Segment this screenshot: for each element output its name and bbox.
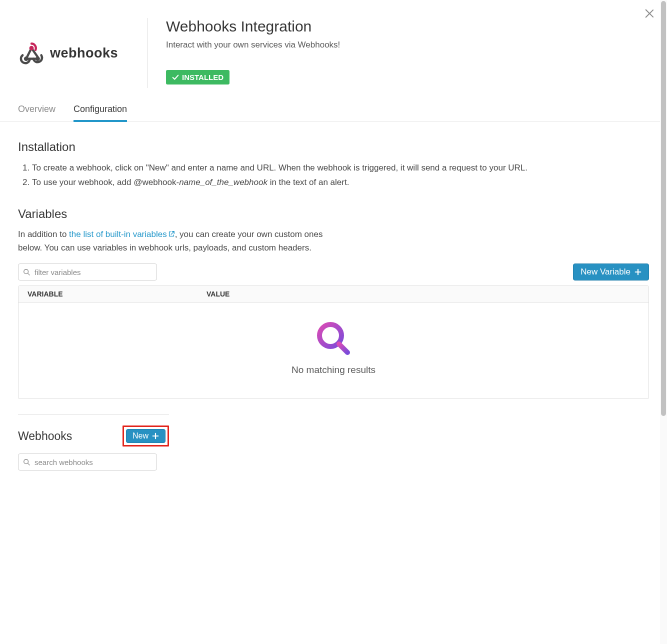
page-subtitle: Interact with your own services via Webh…: [166, 40, 649, 50]
installation-step-2: To use your webhook, add @webhook-name_o…: [32, 176, 649, 189]
filter-variables-wrap: [18, 264, 157, 280]
svg-point-1: [24, 56, 28, 61]
logo: webhooks: [18, 18, 148, 88]
search-webhooks-wrap: [18, 454, 157, 470]
variables-table-header: VARIABLE VALUE: [18, 286, 648, 302]
installed-badge: INSTALLED: [166, 70, 230, 84]
scrollbar-thumb[interactable]: [661, 1, 666, 416]
plus-icon: [634, 268, 642, 276]
tab-overview[interactable]: Overview: [18, 98, 56, 122]
svg-line-4: [28, 274, 30, 276]
variables-empty-state: No matching results: [18, 302, 648, 398]
variables-section: Variables In addition to the list of bui…: [18, 207, 649, 399]
tabs: Overview Configuration: [0, 98, 667, 122]
filter-variables-input[interactable]: [18, 264, 157, 280]
installation-title: Installation: [18, 140, 649, 154]
new-variable-button[interactable]: New Variable: [573, 264, 649, 280]
new-button-highlight: New: [122, 426, 169, 446]
column-variable: VARIABLE: [28, 290, 206, 298]
webhooks-logo-icon: [18, 41, 45, 65]
column-value: VALUE: [206, 290, 640, 298]
variables-intro: In addition to the list of built-in vari…: [18, 228, 338, 254]
tab-configuration[interactable]: Configuration: [74, 98, 127, 122]
variables-table: VARIABLE VALUE No matching results: [18, 286, 649, 399]
no-results-text: No matching results: [292, 364, 376, 376]
search-webhooks-input[interactable]: [18, 454, 157, 470]
builtin-variables-link[interactable]: the list of built-in variables: [69, 230, 175, 239]
external-link-icon: [168, 230, 175, 238]
installation-section: Installation To create a webhook, click …: [18, 140, 649, 189]
installed-badge-label: INSTALLED: [182, 73, 224, 82]
variables-title: Variables: [18, 207, 649, 221]
scrollbar-track: [660, 0, 667, 644]
webhooks-title: Webhooks: [18, 430, 72, 443]
page-title: Webhooks Integration: [166, 18, 649, 35]
check-icon: [172, 74, 179, 81]
svg-point-2: [36, 56, 40, 61]
webhooks-header: Webhooks New: [18, 426, 169, 446]
magnifier-icon: [316, 320, 352, 356]
webhooks-divider: [18, 414, 169, 414]
svg-line-6: [339, 344, 348, 352]
installation-step-1: To create a webhook, click on "New" and …: [32, 161, 649, 174]
new-webhook-label: New: [132, 432, 148, 440]
new-webhook-button[interactable]: New: [126, 429, 166, 443]
svg-point-0: [30, 46, 34, 50]
svg-line-8: [28, 464, 30, 466]
plus-icon: [152, 432, 159, 440]
new-variable-label: New Variable: [580, 267, 630, 277]
logo-text: webhooks: [50, 46, 118, 61]
search-icon: [23, 268, 30, 276]
close-icon[interactable]: [644, 8, 655, 19]
header: webhooks Webhooks Integration Interact w…: [18, 0, 649, 98]
search-icon: [23, 458, 30, 466]
